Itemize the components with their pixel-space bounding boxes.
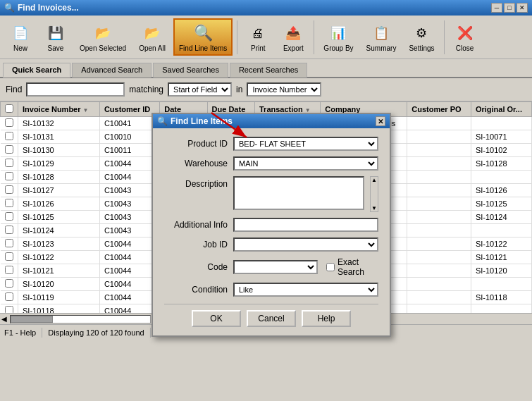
description-row: Description ▲ ▼ xyxy=(164,176,378,212)
cell-invoice: SI-10131 xyxy=(18,130,100,144)
cell-customer: C10043 xyxy=(99,211,159,224)
close-window-button[interactable]: ✕ xyxy=(516,3,528,13)
sort-arrow-invoice: ▼ xyxy=(83,107,89,113)
row-checkbox[interactable] xyxy=(5,306,13,313)
row-checkbox[interactable] xyxy=(5,252,13,261)
exact-search-checkbox[interactable] xyxy=(326,263,335,271)
col-customer-id[interactable]: Customer ID xyxy=(99,102,159,117)
row-checkbox[interactable] xyxy=(5,212,13,221)
row-checkbox[interactable] xyxy=(5,239,13,247)
row-checkbox[interactable] xyxy=(5,292,13,301)
open-all-button[interactable]: 📂 Open All xyxy=(134,19,171,55)
summary-button[interactable]: 📋 Summary xyxy=(361,19,402,55)
find-line-items-button[interactable]: 🔍 Find Line Items xyxy=(173,18,233,56)
settings-button[interactable]: ⚙ Settings xyxy=(404,19,439,55)
find-label: Find xyxy=(6,85,22,94)
row-check xyxy=(1,291,18,304)
save-button[interactable]: 💾 Save xyxy=(39,19,72,55)
matching-label: matching xyxy=(129,85,163,94)
row-checkbox[interactable] xyxy=(5,279,13,288)
summary-icon: 📋 xyxy=(370,22,392,44)
tab-recent-searches[interactable]: Recent Searches xyxy=(230,63,307,78)
open-all-icon: 📂 xyxy=(141,22,163,44)
select-all-checkbox[interactable] xyxy=(5,104,13,113)
new-button[interactable]: 📄 New xyxy=(4,19,37,55)
condition-select[interactable]: Like Equals Contains xyxy=(233,283,378,297)
cell-customer: C10044 xyxy=(99,251,159,264)
description-textarea[interactable] xyxy=(233,176,364,210)
group-by-icon: 📊 xyxy=(327,22,349,44)
row-checkbox[interactable] xyxy=(5,118,13,127)
help-button[interactable]: Help xyxy=(302,310,351,327)
job-id-select[interactable] xyxy=(233,237,378,252)
cell-original: SI-10122 xyxy=(471,237,531,251)
cell-original: SI-10120 xyxy=(471,264,531,278)
row-checkbox[interactable] xyxy=(5,159,13,167)
tab-saved-searches[interactable]: Saved Searches xyxy=(153,63,228,78)
matching-select[interactable]: Start of Field Contains Exact End of Fie… xyxy=(168,82,232,97)
product-id-label: Product ID xyxy=(164,139,228,149)
cancel-button[interactable]: Cancel xyxy=(247,310,296,327)
dialog-close-button[interactable]: ✕ xyxy=(376,116,385,126)
additional-info-input[interactable] xyxy=(233,218,378,232)
col-customer-po[interactable]: Customer PO xyxy=(407,102,471,117)
code-select[interactable] xyxy=(233,260,318,274)
cell-invoice: SI-10129 xyxy=(18,157,100,171)
help-text: F1 - Help xyxy=(4,328,36,337)
row-check xyxy=(1,278,18,291)
row-check xyxy=(1,197,18,211)
ok-button[interactable]: OK xyxy=(192,310,241,327)
row-checkbox[interactable] xyxy=(5,266,13,274)
cell-po xyxy=(407,291,471,304)
group-by-button[interactable]: 📊 Group By xyxy=(318,19,358,55)
dialog-icon: 🔍 xyxy=(157,116,168,126)
cell-invoice: SI-10121 xyxy=(18,264,100,278)
row-checkbox[interactable] xyxy=(5,145,13,154)
product-id-select[interactable]: BED- FLAT SHEET xyxy=(233,137,378,151)
cell-customer: C10010 xyxy=(99,130,159,144)
col-invoice-number[interactable]: Invoice Number ▼ xyxy=(18,102,100,117)
tab-quick-search[interactable]: Quick Search xyxy=(3,63,70,78)
dialog-buttons: OK Cancel Help xyxy=(164,304,378,327)
warehouse-select[interactable]: MAIN xyxy=(233,156,378,171)
settings-icon: ⚙ xyxy=(410,22,433,44)
cell-customer: C10044 xyxy=(99,291,159,304)
cell-po xyxy=(407,211,471,224)
cell-customer: C10043 xyxy=(99,224,159,237)
cell-original: SI-10118 xyxy=(471,291,531,304)
tab-advanced-search[interactable]: Advanced Search xyxy=(72,63,151,78)
row-check xyxy=(1,224,18,237)
cell-po xyxy=(407,157,471,171)
row-checkbox[interactable] xyxy=(5,172,13,180)
cell-customer: C10041 xyxy=(99,117,159,130)
cell-original: SI-10128 xyxy=(471,157,531,171)
row-checkbox[interactable] xyxy=(5,226,13,234)
product-id-row: Product ID BED- FLAT SHEET xyxy=(164,137,378,151)
title-bar: 🔍 Find Invoices... ─ □ ✕ xyxy=(0,0,532,16)
toolbar: 📄 New 💾 Save 📂 Open Selected 📂 Open All … xyxy=(0,16,532,59)
row-checkbox[interactable] xyxy=(5,199,13,207)
code-label: Code xyxy=(164,262,228,272)
col-original-order[interactable]: Original Or... xyxy=(471,102,531,117)
row-check xyxy=(1,171,18,184)
print-button[interactable]: 🖨 Print xyxy=(242,19,274,55)
scroll-left-btn[interactable]: ◀ xyxy=(1,315,7,323)
maximize-button[interactable]: □ xyxy=(504,3,515,13)
open-selected-button[interactable]: 📂 Open Selected xyxy=(75,19,131,55)
row-checkbox[interactable] xyxy=(5,185,13,194)
cell-po xyxy=(407,144,471,157)
description-scrollbar[interactable]: ▲ ▼ xyxy=(370,176,378,212)
condition-row: Condition Like Equals Contains xyxy=(164,283,378,297)
row-checkbox[interactable] xyxy=(5,132,13,140)
export-button[interactable]: 📤 Export xyxy=(277,19,309,55)
in-select[interactable]: Invoice Number Customer ID Company Trans… xyxy=(247,82,321,97)
print-icon: 🖨 xyxy=(247,22,269,44)
cell-customer: C10044 xyxy=(99,304,159,314)
row-check xyxy=(1,157,18,171)
cell-original: SI-10121 xyxy=(471,251,531,264)
scroll-track[interactable] xyxy=(10,315,151,323)
search-input[interactable] xyxy=(26,82,125,97)
minimize-button[interactable]: ─ xyxy=(491,3,502,13)
cell-customer: C10044 xyxy=(99,237,159,251)
close-button[interactable]: ❌ Close xyxy=(449,19,481,55)
